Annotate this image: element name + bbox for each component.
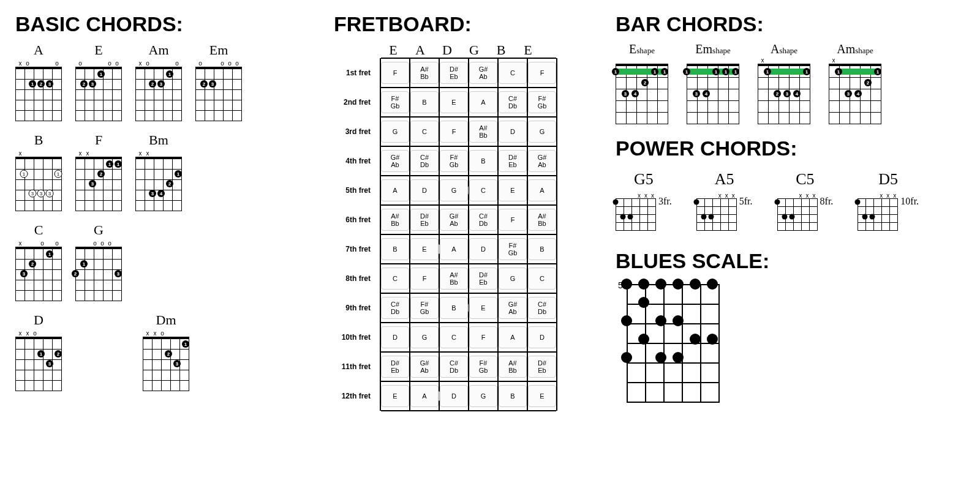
fret-note: D — [528, 326, 556, 348]
fret-note: D#Eb — [440, 62, 468, 84]
open-string-note: D — [434, 42, 461, 58]
power-chord-label: D5 — [878, 170, 898, 189]
fret-row: 3rd fretGCFA#BbDG — [334, 117, 591, 146]
fret-note: G#Ab — [528, 150, 556, 172]
fret-note: C#Db — [528, 297, 556, 319]
chord-label: G — [94, 222, 104, 238]
bar-chord-label: Ashape — [771, 42, 797, 56]
fret-note: B — [528, 238, 556, 260]
fret-label: 12th fret — [334, 392, 380, 400]
chord-grid: 111134 — [687, 64, 739, 124]
power-chord-D5: D5xxx10fr. — [858, 170, 919, 231]
fret-row: 1st fretFA#BbD#EbG#AbCF — [334, 58, 591, 88]
fret-note: F — [381, 62, 409, 84]
chord-B: Bx11333 — [15, 132, 62, 211]
power-chords-row: G5xxx3fr.A5xxx5fr.C5xxx8fr.D5xxx10fr. — [616, 170, 934, 231]
fret-row: 6th fretA#BbD#EbG#AbC#DbFA#Bb — [334, 205, 591, 234]
fret-note: D — [381, 326, 409, 348]
fret-indicator: 5fr. — [739, 196, 753, 207]
power-chord-C5: C5xxx8fr. — [777, 170, 834, 231]
chord-G: Gooo123 — [75, 222, 122, 301]
chord-D: Dxxo123 — [15, 312, 62, 391]
fret-label: 11th fret — [334, 362, 380, 371]
chord-grid: 123 — [15, 247, 62, 301]
chord-grid: 123 — [75, 247, 122, 301]
fret-note: G — [440, 179, 468, 201]
bar-chord-Emshape: Emshape111134 — [687, 42, 739, 124]
chord-F: Fxx1123 — [75, 132, 122, 211]
fret-note: G#Ab — [469, 62, 497, 84]
fret-note: F — [528, 62, 556, 84]
fret-label: 6th fret — [334, 215, 380, 224]
fret-label: 4th fret — [334, 157, 380, 165]
fret-note: B — [440, 297, 468, 319]
fret-note: C#Db — [499, 91, 527, 113]
chord-grid: 23 — [195, 67, 242, 121]
bar-chord-Ashape: Ashapex11234 — [758, 42, 810, 124]
open-string-note: B — [488, 42, 514, 58]
chord-grid: 1234 — [135, 157, 182, 211]
power-chord-label: G5 — [634, 170, 654, 189]
fret-note: G — [499, 268, 527, 290]
fret-note: F#Gb — [440, 150, 468, 172]
fret-note: B — [381, 238, 409, 260]
fret-note: F — [469, 326, 497, 348]
open-string-note: E — [514, 42, 541, 58]
fret-indicator: 8fr. — [820, 196, 834, 207]
fret-note: D#Eb — [469, 268, 497, 290]
fret-row: 12th fretEADGBE — [334, 381, 591, 411]
fret-label: 2nd fret — [334, 98, 380, 107]
basic-chords-title: BASIC CHORDS: — [15, 12, 309, 36]
chord-label: C — [34, 222, 43, 238]
fret-note: E — [410, 238, 439, 260]
fret-note: A — [499, 326, 527, 348]
fret-note: B — [499, 385, 527, 407]
chord-grid — [777, 198, 818, 231]
power-chord-G5: G5xxx3fr. — [616, 170, 672, 231]
fret-note: C#Db — [381, 297, 409, 319]
power-chord-label: A5 — [715, 170, 734, 189]
fret-indicator: 3fr. — [658, 196, 672, 207]
fret-note: G — [528, 121, 556, 143]
fret-note: D#Eb — [499, 150, 527, 172]
chord-grid — [696, 198, 737, 231]
blues-scale-diagram: 5 — [616, 284, 934, 403]
fret-note: G#Ab — [381, 150, 409, 172]
fret-row: 10th fretDGCFAD — [334, 323, 591, 352]
bar-chord-Amshape: Amshapex11234 — [829, 42, 881, 124]
power-chord-A5: A5xxx5fr. — [696, 170, 753, 231]
fret-note: A#Bb — [528, 209, 556, 231]
fret-indicator: 10fr. — [900, 196, 919, 207]
fret-note: C — [528, 268, 556, 290]
fret-note: C — [410, 121, 439, 143]
chord-label: Am — [149, 42, 169, 58]
fret-note: F — [499, 209, 527, 231]
chord-label: Em — [209, 42, 228, 58]
chord-grid: 1123 — [75, 157, 122, 211]
fret-note: F#Gb — [381, 91, 409, 113]
blues-scale-title: BLUES SCALE: — [616, 249, 934, 273]
chord-label: Bm — [149, 132, 168, 148]
fret-row: 4th fretG#AbC#DbF#GbBD#EbG#Ab — [334, 146, 591, 176]
fret-note: A — [469, 91, 497, 113]
chord-Bm: Bmxx1234 — [135, 132, 182, 211]
fret-row: 5th fretADGCEA — [334, 176, 591, 205]
fret-label: 10th fret — [334, 333, 380, 342]
fret-note: C — [499, 62, 527, 84]
fret-note: D — [440, 385, 468, 407]
fret-note: F — [440, 121, 468, 143]
chord-label: D — [34, 312, 43, 328]
fret-note: D#Eb — [410, 209, 439, 231]
fret-note: C#Db — [469, 209, 497, 231]
fret-label: 1st fret — [334, 69, 380, 77]
basic-chords-section: BASIC CHORDS: Axoo123Eooo123Amxoo123Emoo… — [15, 12, 309, 411]
chord-label: F — [95, 132, 102, 148]
fret-label: 3rd fret — [334, 127, 380, 136]
fret-label: 8th fret — [334, 274, 380, 283]
fret-note: A#Bb — [440, 268, 468, 290]
chord-grid — [616, 198, 656, 231]
fret-note: B — [410, 91, 439, 113]
fret-note: B — [469, 150, 497, 172]
chord-grid: 123 — [143, 337, 189, 391]
fret-note: A#Bb — [499, 356, 527, 378]
